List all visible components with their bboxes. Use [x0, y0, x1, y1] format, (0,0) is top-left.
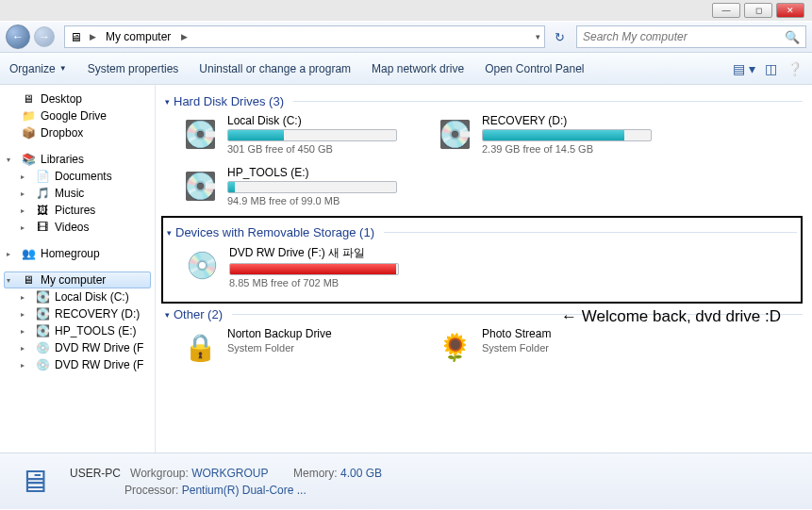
sidebar-item[interactable]: 🖥Desktop — [4, 90, 151, 107]
forward-button[interactable]: → — [34, 26, 55, 47]
drive-name: Photo Stream — [482, 327, 661, 340]
sidebar-item[interactable]: 💽Local Disk (C:) — [4, 288, 151, 305]
drive-name: HP_TOOLS (E:) — [227, 166, 406, 179]
drive-item[interactable]: 💽 RECOVERY (D:)2.39 GB free of 14.5 GB — [435, 114, 661, 155]
minimize-button[interactable]: — — [712, 3, 740, 18]
system-properties-button[interactable]: System properties — [88, 62, 179, 75]
sidebar-item[interactable]: 🎵Music — [4, 185, 151, 202]
uninstall-program-button[interactable]: Uninstall or change a program — [199, 62, 351, 75]
chevron-down-icon[interactable]: ▾ — [532, 32, 544, 41]
search-icon[interactable]: 🔍 — [785, 30, 800, 44]
preview-pane-button[interactable]: ◫ — [765, 61, 777, 76]
back-button[interactable]: ← — [6, 25, 30, 49]
sidebar-item[interactable]: 🖼Pictures — [4, 202, 151, 219]
drive-item[interactable]: 💽 Local Disk (C:)301 GB free of 450 GB — [180, 114, 406, 155]
drive-name: RECOVERY (D:) — [482, 114, 661, 127]
search-input[interactable] — [583, 30, 785, 43]
drive-name: Norton Backup Drive — [227, 327, 406, 340]
computer-icon: 🖥 — [65, 30, 86, 44]
chevron-right-icon[interactable]: ▶ — [177, 32, 191, 41]
refresh-button[interactable]: ↻ — [555, 30, 565, 44]
group-header-hdd[interactable]: ▾Hard Disk Drives (3) — [165, 94, 803, 108]
navigation-bar: ← → 🖥 ▶ My computer ▶ ▾ ↻ 🔍 — [0, 21, 812, 53]
annotation-text: ← Welcome back, dvd drive :D — [561, 307, 781, 326]
drive-icon: 💽 — [435, 114, 474, 154]
sidebar-my-computer[interactable]: 🖥My computer — [4, 271, 151, 288]
drive-name: DVD RW Drive (F:) 새 파일 — [229, 245, 408, 261]
title-bar: — ◻ ✕ — [0, 0, 812, 21]
drive-name: Local Disk (C:) — [227, 114, 406, 127]
details-pane: 🖥 USER-PC Workgroup: WORKGROUP Memory: 4… — [0, 452, 812, 509]
organize-menu[interactable]: Organize▼ — [9, 62, 67, 75]
content-pane: ▾Hard Disk Drives (3) 💽 Local Disk (C:)3… — [156, 85, 812, 452]
sidebar-item[interactable]: 🎞Videos — [4, 219, 151, 236]
group-header-removable[interactable]: ▾Devices with Removable Storage (1) — [167, 225, 797, 239]
search-box[interactable]: 🔍 — [576, 25, 806, 48]
close-button[interactable]: ✕ — [776, 3, 804, 18]
breadcrumb-location[interactable]: My computer — [100, 26, 177, 47]
view-options-button[interactable]: ▤ ▾ — [733, 61, 755, 76]
sidebar-libraries[interactable]: 📚Libraries — [4, 151, 151, 168]
drive-icon: 🔒 — [180, 327, 220, 367]
sidebar-item[interactable]: 📦Dropbox — [4, 124, 151, 141]
sidebar-item[interactable]: 💽RECOVERY (D:) — [4, 305, 151, 322]
sidebar-item[interactable]: 💿DVD RW Drive (F — [4, 339, 151, 356]
command-bar: Organize▼ System properties Uninstall or… — [0, 53, 812, 85]
drive-item[interactable]: 💽 HP_TOOLS (E:)94.9 MB free of 99.0 MB — [180, 166, 406, 206]
drive-item[interactable]: 💿 DVD RW Drive (F:) 새 파일8.85 MB free of … — [182, 245, 408, 288]
drive-item[interactable]: 🌻 Photo StreamSystem Folder — [435, 327, 661, 367]
computer-icon: 🖥 — [11, 459, 57, 504]
status-computer-name: USER-PC — [70, 467, 121, 480]
maximize-button[interactable]: ◻ — [744, 3, 772, 18]
sidebar-item[interactable]: 💿DVD RW Drive (F — [4, 356, 151, 373]
navigation-pane[interactable]: 🖥Desktop📁Google Drive📦Dropbox 📚Libraries… — [0, 85, 156, 452]
drive-icon: 💽 — [180, 114, 220, 154]
map-network-drive-button[interactable]: Map network drive — [372, 62, 464, 75]
chevron-right-icon[interactable]: ▶ — [86, 32, 100, 41]
drive-icon: 💿 — [182, 245, 222, 285]
address-bar[interactable]: 🖥 ▶ My computer ▶ ▾ — [64, 25, 545, 48]
sidebar-item[interactable]: 📁Google Drive — [4, 107, 151, 124]
drive-icon: 🌻 — [435, 327, 474, 367]
help-button[interactable]: ❔ — [787, 61, 803, 76]
drive-icon: 💽 — [180, 166, 220, 206]
open-control-panel-button[interactable]: Open Control Panel — [485, 62, 584, 75]
drive-item[interactable]: 🔒 Norton Backup DriveSystem Folder — [180, 327, 406, 367]
sidebar-item[interactable]: 💽HP_TOOLS (E:) — [4, 322, 151, 339]
sidebar-item[interactable]: 📄Documents — [4, 168, 151, 185]
sidebar-homegroup[interactable]: 👥Homegroup — [4, 245, 151, 262]
